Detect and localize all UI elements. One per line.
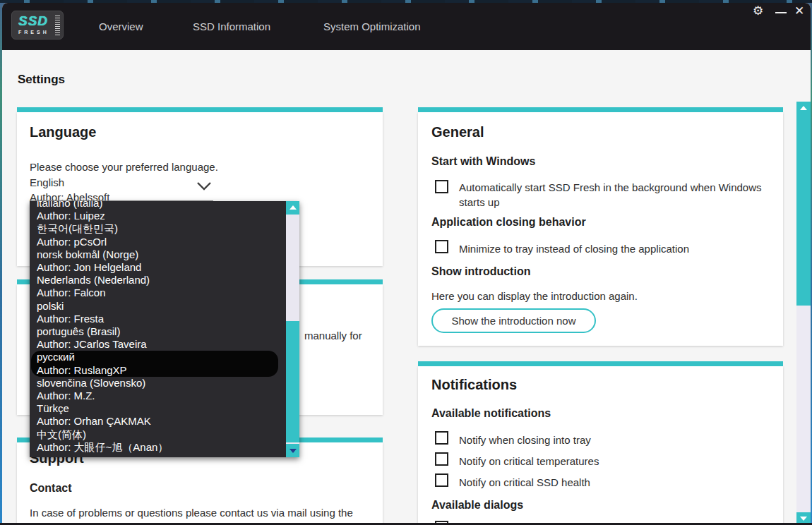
notify-temperature-label: Notify on critical temperatures <box>459 454 599 469</box>
notify-temperature-checkbox[interactable] <box>435 452 448 466</box>
general-card-accent-bar <box>418 107 783 112</box>
language-card-title: Language <box>30 124 96 140</box>
close-icon[interactable]: ✕ <box>794 4 804 18</box>
show-introduction-heading: Show introduction <box>431 265 530 278</box>
available-dialogs-heading: Available dialogs <box>431 499 523 512</box>
notifications-card-title: Notifications <box>431 377 517 393</box>
closing-behavior-heading: Application closing behavior <box>431 216 586 229</box>
language-dropdown-list: italiano (Italia)Author: Luipez한국어(대한민국)… <box>30 201 284 454</box>
language-option[interactable]: português (Brasil)Author: JCarlos Taveir… <box>37 325 284 351</box>
chevron-down-icon[interactable] <box>196 181 212 191</box>
language-option[interactable]: TürkçeAuthor: Orhan ÇAKMAK <box>37 402 284 428</box>
tab-system-optimization[interactable]: System Optimization <box>323 20 421 32</box>
language-option[interactable]: русскийAuthor: RuslangXP <box>31 351 278 376</box>
main-scroll-thumb[interactable] <box>796 114 811 306</box>
logo-fresh-text: FRESH <box>18 30 49 35</box>
logo-ssd-text: SSD <box>18 13 48 29</box>
triangle-up-icon <box>800 106 807 110</box>
support-contact-text: In case of problems or questions please … <box>30 505 363 525</box>
language-option[interactable]: Nederlands (Nederland)Author: Falcon <box>37 274 284 299</box>
notify-health-checkbox[interactable] <box>435 473 448 487</box>
language-option[interactable]: 한국어(대한민국)Author: pCsOrl <box>37 222 284 248</box>
language-card-accent-bar <box>17 107 383 112</box>
triangle-down-icon <box>289 449 297 453</box>
main-scrollbar[interactable] <box>796 102 811 525</box>
dropdown-scrollbar[interactable] <box>286 201 299 457</box>
support-contact-heading: Contact <box>30 482 72 495</box>
tab-ssd-information[interactable]: SSD Information <box>193 20 270 32</box>
main-scroll-up-button[interactable] <box>796 102 811 114</box>
logo-ruler-icon <box>55 16 60 35</box>
general-card-title: General <box>431 124 484 140</box>
notifications-card-accent-bar <box>418 361 783 366</box>
language-option[interactable]: 中文(简体)Author: 大眼仔~旭（Anan） <box>37 428 284 454</box>
notifications-card: Notifications Available notifications No… <box>418 366 783 525</box>
settings-gear-icon[interactable]: ⚙ <box>753 4 763 18</box>
language-option[interactable]: slovenčina (Slovensko)Author: M.Z. <box>37 377 284 402</box>
triangle-down-icon <box>800 517 807 521</box>
language-option[interactable]: polskiAuthor: Fresta <box>37 300 284 325</box>
dropdown-scroll-up-button[interactable] <box>286 201 299 215</box>
notify-tray-label: Notify when closing into tray <box>459 433 591 447</box>
tab-overview[interactable]: Overview <box>99 20 143 32</box>
start-with-windows-heading: Start with Windows <box>431 155 535 168</box>
language-dropdown[interactable]: italiano (Italia)Author: Luipez한국어(대한민국)… <box>30 201 299 457</box>
notify-health-label: Notify on critical SSD health <box>459 475 590 490</box>
autostart-checkbox[interactable] <box>435 180 448 193</box>
dropdown-scroll-down-button[interactable] <box>286 444 299 457</box>
language-description: Please choose your preferred language. <box>30 159 218 174</box>
notify-tray-checkbox[interactable] <box>435 431 448 445</box>
language-select-value[interactable]: English <box>30 175 64 190</box>
page-title: Settings <box>18 73 65 87</box>
minimize-icon[interactable] <box>775 12 787 13</box>
language-option[interactable]: norsk bokmål (Norge)Author: Jon Helgelan… <box>37 248 284 274</box>
minimize-to-tray-checkbox[interactable] <box>435 240 448 253</box>
show-introduction-button[interactable]: Show the introduction now <box>431 308 596 333</box>
app-logo: SSD FRESH <box>11 11 64 40</box>
general-card: General Start with Windows Automatically… <box>418 112 783 346</box>
minimize-to-tray-label: Minimize to tray instead of closing the … <box>459 241 773 256</box>
dropdown-scroll-thumb[interactable] <box>286 321 299 442</box>
show-introduction-text: Here you can display the introduction ag… <box>431 289 638 303</box>
autostart-label: Automatically start SSD Fresh in the bac… <box>459 180 773 210</box>
updates-text-fragment: manually for <box>304 330 362 342</box>
language-option[interactable]: italiano (Italia)Author: Luipez <box>37 201 284 222</box>
triangle-up-icon <box>289 205 297 210</box>
available-notifications-heading: Available notifications <box>431 407 551 420</box>
